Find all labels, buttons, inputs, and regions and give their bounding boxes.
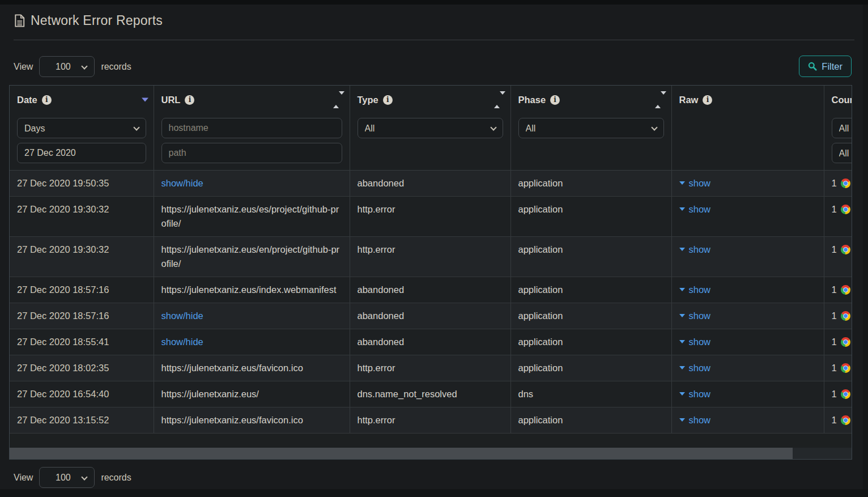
column-label: URL — [161, 95, 181, 105]
phase-cell: application — [510, 355, 671, 381]
url-toggle-link[interactable]: show/hide — [161, 311, 203, 321]
raw-cell: show — [671, 355, 824, 381]
raw-show-link[interactable]: show — [679, 363, 711, 373]
filter-button[interactable]: Filter — [799, 56, 852, 77]
hostname-filter-input[interactable] — [161, 118, 342, 138]
raw-show-link[interactable]: show — [679, 337, 711, 347]
phase-cell: application — [510, 407, 671, 434]
url-cell: show/hide — [154, 171, 350, 197]
raw-filter-cell — [671, 113, 824, 171]
type-cell: abandoned — [350, 329, 510, 355]
raw-show-link[interactable]: show — [679, 204, 711, 214]
url-toggle-link[interactable]: show/hide — [161, 337, 203, 347]
reports-table-container: Datei URLi Typei Phasei Rawi — [9, 85, 852, 460]
filter-row: Days All — [10, 113, 852, 171]
raw-show-link[interactable]: show — [679, 415, 711, 425]
column-header-date[interactable]: Datei — [10, 86, 154, 113]
count-value: 1 — [832, 389, 837, 399]
page-length-select-box: 100 — [39, 56, 95, 77]
page-length-select[interactable]: 100 — [40, 468, 94, 487]
table-row: 27 Dec 2020 18:02:35 https://julenetxani… — [10, 355, 852, 381]
page-length-select[interactable]: 100 — [40, 57, 94, 77]
type-cell: dns.name_not_resolved — [350, 381, 510, 407]
length-control-bottom: View 100 records — [14, 467, 131, 488]
raw-show-link[interactable]: show — [679, 284, 711, 295]
raw-show-link[interactable]: show — [679, 178, 711, 188]
chrome-icon — [841, 363, 850, 373]
view-label: View — [14, 473, 33, 483]
url-text: https://julenetxaniz.eus/index.webmanife… — [161, 284, 337, 295]
horizontal-scrollbar-thumb[interactable] — [10, 448, 793, 459]
page-length-select-box: 100 — [39, 467, 95, 488]
info-icon: i — [550, 95, 560, 105]
column-label: Phase — [518, 95, 546, 105]
caret-down-icon — [679, 181, 685, 185]
column-header-url[interactable]: URLi — [154, 86, 350, 113]
info-icon: i — [42, 95, 52, 105]
url-filter-cell — [154, 113, 350, 171]
raw-show-label: show — [689, 415, 711, 425]
count-filter-cell: All All — [824, 113, 852, 171]
count-cell: 1 — [824, 303, 852, 329]
date-unit-select-box: Days — [17, 118, 146, 138]
chrome-icon — [841, 285, 850, 295]
url-toggle-link[interactable]: show/hide — [161, 178, 203, 188]
count-min-filter-select[interactable]: All — [832, 118, 853, 138]
type-filter-select[interactable]: All — [358, 118, 503, 138]
caret-down-icon — [679, 340, 685, 343]
caret-down-icon — [679, 418, 685, 422]
raw-cell: show — [671, 407, 824, 434]
phase-cell: application — [510, 329, 671, 355]
table-body: 27 Dec 2020 19:50:35 show/hide abandoned… — [10, 171, 852, 434]
path-filter-input[interactable] — [161, 143, 342, 163]
raw-show-link[interactable]: show — [679, 311, 711, 321]
date-unit-select[interactable]: Days — [17, 118, 146, 138]
phase-filter-select[interactable]: All — [518, 118, 664, 138]
date-cell: 27 Dec 2020 16:54:40 — [10, 381, 154, 407]
raw-show-label: show — [689, 311, 711, 321]
count-cell: 1 — [824, 237, 852, 277]
page-title: Network Error Reports — [31, 13, 163, 28]
records-label: records — [101, 473, 131, 483]
page-edge-bottom — [0, 489, 868, 497]
raw-cell: show — [671, 381, 824, 407]
count-max-filter-select[interactable]: All — [832, 143, 853, 163]
date-cell: 27 Dec 2020 19:30:32 — [10, 237, 154, 277]
date-cell: 27 Dec 2020 18:57:16 — [10, 277, 154, 303]
raw-show-label: show — [689, 178, 711, 188]
raw-show-label: show — [689, 337, 711, 347]
chrome-icon — [841, 245, 850, 254]
raw-cell: show — [671, 171, 824, 197]
date-cell: 27 Dec 2020 13:15:52 — [10, 407, 154, 434]
info-icon: i — [383, 95, 393, 105]
raw-show-link[interactable]: show — [679, 389, 711, 399]
type-cell: abandoned — [350, 277, 510, 303]
type-cell: http.error — [350, 197, 510, 237]
url-text: https://julenetxaniz.eus/favicon.ico — [161, 415, 303, 425]
column-header-phase[interactable]: Phasei — [510, 86, 671, 113]
column-header-count[interactable]: Counti — [824, 86, 852, 113]
document-icon — [14, 14, 25, 27]
table-header: Datei URLi Typei Phasei Rawi — [10, 86, 852, 171]
table-row: 27 Dec 2020 19:50:35 show/hide abandoned… — [10, 171, 852, 197]
horizontal-scrollbar[interactable] — [10, 448, 852, 459]
phase-cell: dns — [510, 381, 671, 407]
count-value: 1 — [832, 178, 837, 188]
raw-show-link[interactable]: show — [679, 244, 711, 254]
type-cell: http.error — [350, 237, 510, 277]
date-filter-input[interactable] — [17, 143, 146, 163]
raw-cell: show — [671, 303, 824, 329]
type-cell: http.error — [350, 407, 510, 434]
count-cell: 1 — [824, 197, 852, 237]
count-value: 1 — [832, 415, 837, 425]
raw-cell: show — [671, 237, 824, 277]
count-value: 1 — [832, 337, 837, 347]
view-label: View — [14, 62, 33, 72]
column-header-type[interactable]: Typei — [350, 86, 510, 113]
count-value: 1 — [832, 363, 837, 373]
chrome-icon — [841, 311, 850, 321]
raw-show-label: show — [689, 204, 711, 214]
phase-cell: application — [510, 303, 671, 329]
url-cell: https://julenetxaniz.eus/es/project/gith… — [154, 197, 350, 237]
url-cell: https://julenetxaniz.eus/favicon.ico — [154, 355, 350, 381]
